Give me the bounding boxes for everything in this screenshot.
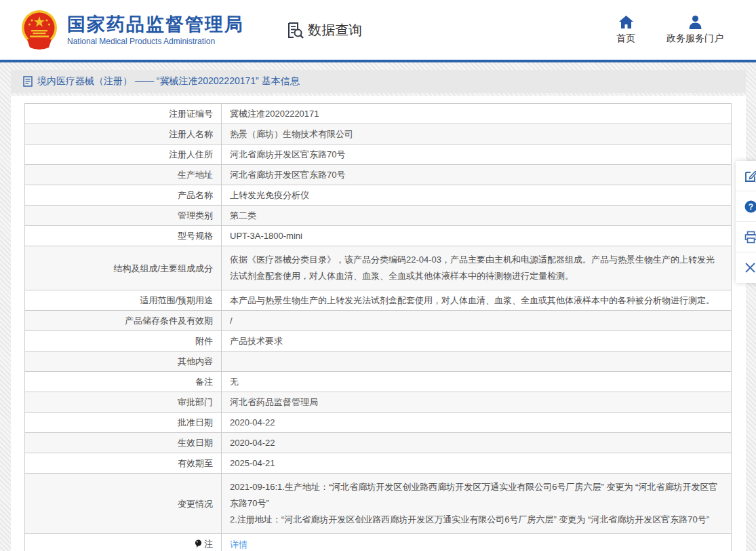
national-emblem-logo [20,10,58,50]
table-row: 适用范围/预期用途 本产品与热景生物生产的上转发光法试剂盒配套使用，对人体血清、… [25,290,732,311]
row-value: 产品技术要求 [222,331,732,352]
detail-link[interactable]: 详情 [230,539,247,550]
data-query-label: 数据查询 [308,21,362,39]
row-label: 注 [25,534,222,551]
table-row: 注册人住所 河北省廊坊开发区官东路70号 [25,145,732,165]
row-value: 2020-04-22 [222,413,732,433]
row-value: 冀械注准20202220171 [222,104,732,124]
row-label: 有效期至 [25,453,222,474]
table-row: 附件 产品技术要求 [25,331,732,352]
help-icon: ? [744,200,756,213]
row-value: 2020-04-22 [222,433,732,453]
home-icon [618,15,634,29]
row-value: UPT-3A-1800-mini [222,226,732,246]
note-balloon-icon [195,539,202,548]
row-value [222,352,732,372]
row-label: 变更情况 [25,474,222,534]
brand-title-en: National Medical Products Administration [67,37,244,46]
table-row: 有效期至 2025-04-21 [25,453,732,474]
breadcrumb: 境内医疗器械（注册） —— “冀械注准20202220171” 基本信息 [11,70,746,93]
brand-block: 国家药品监督管理局 National Medical Products Admi… [67,14,244,46]
table-row: 产品储存条件及有效期 / [25,311,732,331]
document-icon [23,76,33,87]
user-icon [688,15,702,29]
table-row: 其他内容 [25,352,732,372]
nav-item-home[interactable]: 首页 [616,15,635,45]
row-label: 结构及组成/主要组成成分 [25,246,222,290]
row-label: 注册人住所 [25,145,222,165]
row-value: 第二类 [222,206,732,226]
row-label: 生产地址 [25,165,222,185]
content-card: 注册证编号 冀械注准20202220171 注册人名称 热景（廊坊）生物技术有限… [11,96,746,551]
page-background: 境内医疗器械（注册） —— “冀械注准20202220171” 基本信息 注册证… [0,62,756,551]
row-label: 审批部门 [25,392,222,413]
tool-item-help[interactable]: ? 常 [736,191,756,222]
row-value: 2021-09-16:1.生产地址：“河北省廊坊开发区创业路西廊坊开发区万通实业… [222,474,732,534]
table-row: 结构及组成/主要组成成分 依据《医疗器械分类目录》，该产品分类编码22-04-0… [25,246,732,290]
svg-text:?: ? [749,202,753,211]
row-value: 无 [222,372,732,392]
print-icon [744,231,756,244]
data-query-nav[interactable]: 数据查询 [286,21,362,39]
row-value: 详情 [222,534,732,551]
nav-item-label: 政务服务门户 [667,33,723,45]
tool-item-print[interactable]: 打 [736,222,756,252]
floating-tool-panel: 数 ? 常 打 关 [736,161,756,283]
edit-icon [744,170,756,183]
table-row: 注 详情 [25,534,732,551]
row-value: 本产品与热景生物生产的上转发光法试剂盒配套使用，对人体血清、血浆、全血或其他体液… [222,290,732,311]
table-row: 注册人名称 热景（廊坊）生物技术有限公司 [25,124,732,145]
table-row: 变更情况 2021-09-16:1.生产地址：“河北省廊坊开发区创业路西廊坊开发… [25,474,732,534]
close-icon [744,262,756,273]
row-label: 其他内容 [25,352,222,372]
row-value: 河北省药品监督管理局 [222,392,732,413]
table-row: 备注 无 [25,372,732,392]
table-row: 型号规格 UPT-3A-1800-mini [25,226,732,246]
row-label: 注册人名称 [25,124,222,145]
table-row: 生产地址 河北省廊坊开发区官东路70号 [25,165,732,185]
registration-info-table: 注册证编号 冀械注准20202220171 注册人名称 热景（廊坊）生物技术有限… [24,103,732,551]
row-label: 注册证编号 [25,104,222,124]
row-value: 河北省廊坊开发区官东路70号 [222,165,732,185]
row-value: 依据《医疗器械分类目录》，该产品分类编码22-04-03，产品主要由主机和电源适… [222,246,732,290]
row-value: 2025-04-21 [222,453,732,474]
table-row: 生效日期 2020-04-22 [25,433,732,453]
header-nav: 首页 政务服务门户 [616,15,756,45]
brand-title-cn: 国家药品监督管理局 [67,14,244,35]
tool-item-correction[interactable]: 数 [736,161,756,191]
row-label: 适用范围/预期用途 [25,290,222,311]
nav-item-label: 首页 [616,33,635,45]
row-label: 备注 [25,372,222,392]
table-row: 管理类别 第二类 [25,206,732,226]
row-value: 上转发光免疫分析仪 [222,185,732,206]
page-header: 国家药品监督管理局 National Medical Products Admi… [0,0,756,60]
row-label: 附件 [25,331,222,352]
table-row: 审批部门 河北省药品监督管理局 [25,392,732,413]
table-row: 注册证编号 冀械注准20202220171 [25,104,732,124]
table-row: 批准日期 2020-04-22 [25,413,732,433]
row-value: 河北省廊坊开发区官东路70号 [222,145,732,165]
row-label-text: 注 [204,538,213,550]
row-label: 产品名称 [25,185,222,206]
table-row: 产品名称 上转发光免疫分析仪 [25,185,732,206]
nav-item-portal[interactable]: 政务服务门户 [667,15,723,45]
row-label: 产品储存条件及有效期 [25,311,222,331]
tool-item-close[interactable]: 关 [736,252,756,283]
row-label: 生效日期 [25,433,222,453]
row-label: 批准日期 [25,413,222,433]
row-value: 热景（廊坊）生物技术有限公司 [222,124,732,145]
row-label: 型号规格 [25,226,222,246]
row-value: / [222,311,732,331]
document-search-icon [286,21,304,39]
page-title: 境内医疗器械（注册） —— “冀械注准20202220171” 基本信息 [37,75,300,88]
row-label: 管理类别 [25,206,222,226]
